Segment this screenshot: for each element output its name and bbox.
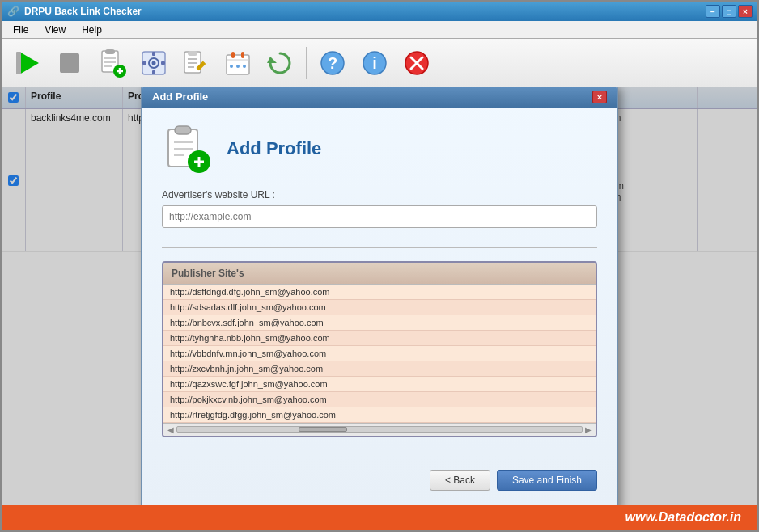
- svg-rect-4: [105, 49, 115, 54]
- svg-rect-26: [231, 52, 235, 58]
- list-item: http://vbbdnfv.mn.john_sm@yahoo.com: [163, 346, 596, 361]
- svg-text:i: i: [372, 54, 377, 72]
- info-button[interactable]: i: [355, 44, 394, 82]
- dialog-icon: [162, 125, 210, 173]
- list-item: http://pokjkxcv.nb.john_sm@yahoo.com: [163, 392, 596, 407]
- svg-point-29: [236, 65, 240, 68]
- scroll-track: [176, 426, 583, 433]
- remove-button[interactable]: [397, 44, 436, 82]
- svg-rect-40: [175, 126, 191, 134]
- svg-point-28: [230, 65, 233, 68]
- minimize-button[interactable]: −: [706, 5, 720, 18]
- dialog-titlebar: Add Profile ×: [142, 87, 617, 108]
- divider: [162, 247, 597, 248]
- publisher-sites-list[interactable]: http://dsffdngd.dfg.john_sm@yahoo.com ht…: [163, 285, 596, 423]
- menu-file[interactable]: File: [5, 23, 36, 37]
- svg-rect-2: [60, 53, 79, 73]
- scroll-right-button[interactable]: ▶: [583, 425, 594, 434]
- app-icon: 🔗: [6, 5, 19, 18]
- content-area: Profile Profile URL Execution Status Adv…: [2, 87, 757, 505]
- stop-button[interactable]: [50, 44, 89, 82]
- svg-point-30: [243, 65, 246, 68]
- refresh-button[interactable]: [261, 44, 299, 82]
- list-item: http://tyhghha.nbb.john_sm@yahoo.com: [163, 331, 596, 346]
- play-button[interactable]: [8, 44, 47, 82]
- list-item: http://qazxswc.fgf.john_sm@yahoo.com: [163, 377, 596, 392]
- publisher-sites-header: Publisher Site's: [163, 263, 596, 285]
- help-button[interactable]: ?: [313, 44, 352, 82]
- horizontal-scrollbar[interactable]: ◀ ▶: [163, 423, 596, 436]
- svg-rect-27: [241, 52, 244, 58]
- dialog-close-button[interactable]: ×: [592, 91, 607, 103]
- list-item: http://sdsadas.dlf.john_sm@yahoo.com: [163, 300, 596, 315]
- svg-rect-16: [142, 61, 146, 65]
- svg-rect-17: [161, 61, 165, 65]
- svg-marker-31: [267, 57, 277, 63]
- svg-rect-19: [188, 51, 197, 56]
- dialog-footer: < Back Save and Finish: [142, 470, 617, 505]
- svg-rect-15: [152, 70, 155, 74]
- edit-button[interactable]: [176, 44, 215, 82]
- app-window: 🔗 DRPU Back Link Checker − □ × File View…: [0, 0, 759, 532]
- add-profile-toolbar-button[interactable]: [92, 44, 131, 82]
- publisher-sites-container: Publisher Site's http://dsffdngd.dfg.joh…: [162, 261, 597, 437]
- brand-text: www.Datadoctor.in: [625, 510, 741, 525]
- scroll-left-button[interactable]: ◀: [165, 425, 176, 434]
- list-item: http://dsffdngd.dfg.john_sm@yahoo.com: [163, 285, 596, 300]
- toolbar-separator: [306, 47, 307, 79]
- maximize-button[interactable]: □: [722, 5, 736, 18]
- menu-view[interactable]: View: [36, 23, 74, 37]
- save-and-finish-button[interactable]: Save and Finish: [497, 470, 597, 491]
- list-item: http://rtretjgfdg.dfgg.john_sm@yahoo.com: [163, 407, 596, 423]
- toolbar: ? i: [2, 39, 757, 87]
- svg-rect-1: [16, 52, 21, 74]
- settings-button[interactable]: [134, 44, 173, 82]
- url-label: Advertiser's website URL :: [162, 189, 597, 201]
- menu-help[interactable]: Help: [74, 23, 110, 37]
- svg-point-13: [152, 61, 156, 65]
- back-button[interactable]: < Back: [430, 470, 490, 491]
- scroll-thumb[interactable]: [299, 427, 347, 432]
- dialog-title: Add Profile: [152, 91, 208, 103]
- add-profile-dialog: Add Profile ×: [141, 87, 618, 505]
- window-controls: − □ ×: [706, 5, 753, 18]
- window-close-button[interactable]: ×: [738, 5, 753, 18]
- svg-rect-14: [152, 52, 155, 56]
- url-input[interactable]: [162, 205, 597, 228]
- brand-bar: www.Datadoctor.in: [2, 505, 757, 530]
- dialog-overlay: Add Profile ×: [2, 87, 757, 505]
- list-item: http://bnbcvx.sdf.john_sm@yahoo.com: [163, 315, 596, 331]
- schedule-button[interactable]: [218, 44, 257, 82]
- svg-text:?: ?: [328, 54, 337, 72]
- title-bar: 🔗 DRPU Back Link Checker − □ ×: [2, 2, 757, 21]
- dialog-header-section: Add Profile: [162, 125, 597, 173]
- window-title: DRPU Back Link Checker: [24, 6, 142, 17]
- dialog-heading: Add Profile: [227, 138, 321, 159]
- dialog-body: Add Profile Advertiser's website URL : P…: [142, 108, 617, 470]
- list-item: http://zxcvbnh.jn.john_sm@yahoo.com: [163, 361, 596, 377]
- svg-marker-0: [19, 52, 39, 74]
- menu-bar: File View Help: [2, 21, 757, 39]
